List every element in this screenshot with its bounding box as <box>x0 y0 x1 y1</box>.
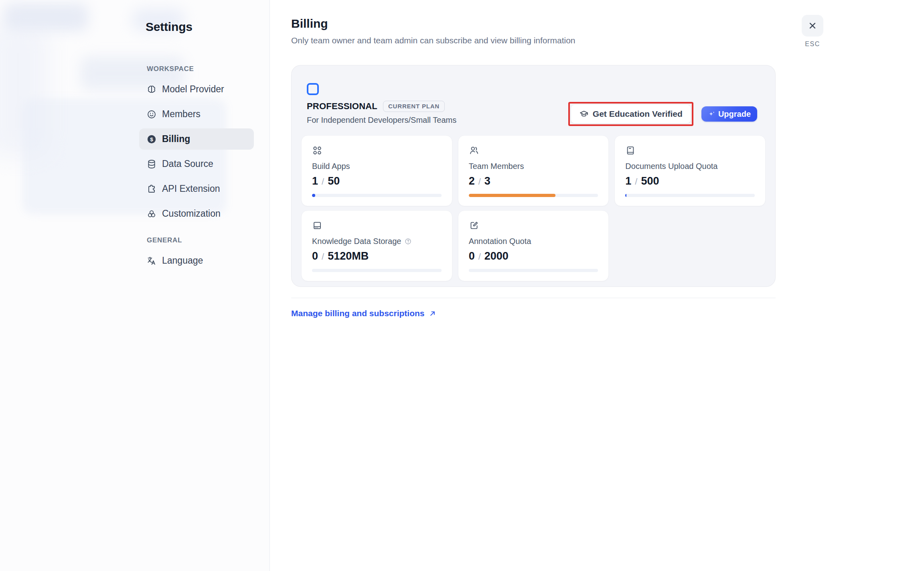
upgrade-button[interactable]: Upgrade <box>701 106 757 122</box>
plan-icon <box>307 83 319 95</box>
usage-label: Documents Upload Quota <box>625 161 717 171</box>
usage-value: 0/5120MB <box>312 250 442 262</box>
model-provider-icon <box>146 84 157 95</box>
usage-progress-bar <box>469 194 598 197</box>
sidebar-item-api-extension[interactable]: API Extension <box>139 178 254 199</box>
usage-label: Team Members <box>469 161 524 171</box>
usage-card-annotation-quota: Annotation Quota 0/2000 <box>458 210 609 281</box>
usage-card-team-members: Team Members 2/3 <box>458 135 609 206</box>
sidebar-item-label: Customization <box>162 208 221 219</box>
sidebar-item-language[interactable]: Language <box>139 250 254 271</box>
billing-icon: $ <box>146 134 157 144</box>
usage-label: Annotation Quota <box>469 236 531 246</box>
usage-value: 1/50 <box>312 175 442 187</box>
members-icon <box>146 109 157 120</box>
customization-icon <box>146 209 157 219</box>
settings-sidebar: Settings WORKSPACE Model Provider <box>0 0 270 571</box>
graduation-cap-icon <box>579 109 589 119</box>
usage-grid: Build Apps 1/50 Team Members <box>301 135 766 281</box>
external-link-icon <box>428 309 437 318</box>
upgrade-button-label: Upgrade <box>718 110 751 119</box>
settings-title: Settings <box>146 20 270 34</box>
data-source-icon <box>146 159 157 169</box>
workspace-section-label: WORKSPACE <box>139 65 254 73</box>
document-upload-icon <box>625 145 755 156</box>
billing-panel: Billing Only team owner and team admin c… <box>270 0 924 571</box>
usage-card-build-apps: Build Apps 1/50 <box>301 135 452 206</box>
team-members-icon <box>469 145 598 156</box>
page-title: Billing <box>291 17 924 30</box>
page-subtitle: Only team owner and team admin can subsc… <box>291 35 924 46</box>
sidebar-item-data-source[interactable]: Data Source <box>139 153 254 175</box>
education-button-label: Get Education Verified <box>593 109 683 119</box>
storage-icon <box>312 220 442 231</box>
usage-value: 2/3 <box>469 175 598 187</box>
apps-grid-icon <box>312 145 442 156</box>
current-plan-card: PROFESSIONAL CURRENT PLAN For Independen… <box>291 65 776 287</box>
close-button[interactable] <box>802 15 823 37</box>
sidebar-item-label: Model Provider <box>162 84 224 95</box>
usage-label: Knowledge Data Storage <box>312 236 401 246</box>
manage-billing-label: Manage billing and subscriptions <box>291 309 425 318</box>
sidebar-item-customization[interactable]: Customization <box>139 203 254 224</box>
sidebar-item-billing[interactable]: $ Billing <box>139 128 254 150</box>
plan-name: PROFESSIONAL <box>307 101 377 112</box>
section-divider <box>291 298 776 298</box>
sparkle-icon <box>708 110 715 118</box>
sidebar-item-label: Language <box>162 255 203 266</box>
usage-card-knowledge-storage: Knowledge Data Storage 0/5120MB <box>301 210 452 281</box>
get-education-verified-button[interactable]: Get Education Verified <box>571 104 691 124</box>
usage-card-documents-quota: Documents Upload Quota 1/500 <box>614 135 766 206</box>
sidebar-item-label: Data Source <box>162 158 213 169</box>
annotation-icon <box>469 220 598 231</box>
sidebar-item-label: Billing <box>162 134 190 144</box>
usage-value: 1/500 <box>625 175 755 187</box>
sidebar-item-model-provider[interactable]: Model Provider <box>139 79 254 100</box>
general-section-label: GENERAL <box>139 236 254 244</box>
usage-progress-bar <box>312 194 442 197</box>
usage-value: 0/2000 <box>469 250 598 262</box>
current-plan-badge: CURRENT PLAN <box>383 101 445 112</box>
usage-progress-bar <box>312 269 442 272</box>
svg-text:$: $ <box>150 136 153 142</box>
language-icon <box>146 256 157 266</box>
usage-label: Build Apps <box>312 161 350 171</box>
usage-progress-bar <box>625 194 755 197</box>
esc-label: ESC <box>801 41 824 48</box>
close-icon <box>807 20 818 31</box>
annotation-highlight-box: Get Education Verified <box>568 102 693 126</box>
sidebar-item-label: Members <box>162 109 201 120</box>
api-extension-icon <box>146 184 157 194</box>
sidebar-item-members[interactable]: Members <box>139 104 254 125</box>
manage-billing-link[interactable]: Manage billing and subscriptions <box>291 309 437 318</box>
usage-progress-bar <box>469 269 598 272</box>
help-icon[interactable] <box>404 238 412 245</box>
sidebar-item-label: API Extension <box>162 183 220 194</box>
